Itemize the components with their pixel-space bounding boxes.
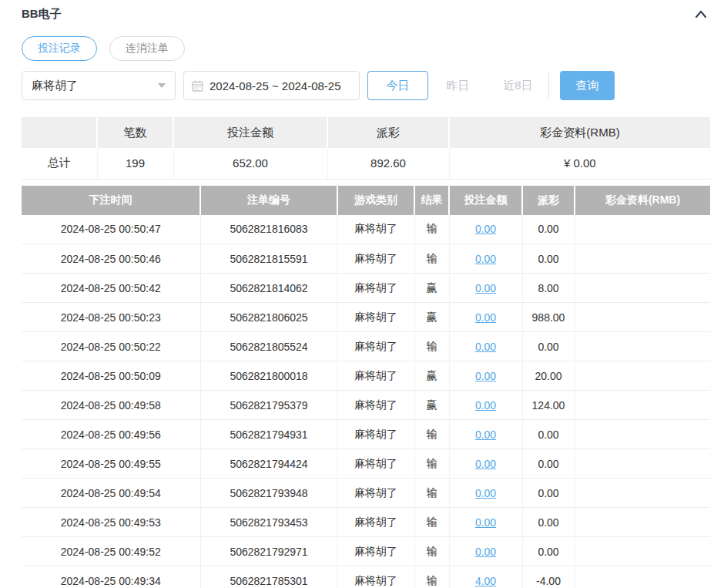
bonus-cell [575, 479, 710, 508]
bet-amount-link[interactable]: 0.00 [475, 546, 496, 558]
summary-payout: 892.60 [327, 148, 449, 179]
bet-amount-cell: 0.00 [449, 332, 522, 361]
order-id-cell: 5062821793453 [200, 508, 337, 537]
payout-cell: 0.00 [522, 215, 575, 244]
bet-time-cell: 2024-08-25 00:50:23 [22, 303, 200, 332]
bet-amount-link[interactable]: 0.00 [475, 253, 496, 265]
tab-bet-records[interactable]: 投注记录 [22, 36, 97, 61]
payout-cell: 0.00 [522, 479, 575, 508]
date-range-input[interactable]: 2024-08-25 ~ 2024-08-25 [183, 71, 360, 100]
bet-table-header-cell: 结果 [414, 186, 449, 215]
yesterday-button[interactable]: 昨日 [427, 71, 488, 100]
bet-time-cell: 2024-08-25 00:49:53 [22, 508, 200, 537]
payout-cell: 0.00 [522, 420, 575, 449]
summary-header-cell: 投注金额 [173, 117, 327, 148]
game-type-cell: 麻将胡了 [337, 479, 414, 508]
bet-amount-cell: 0.00 [449, 244, 522, 274]
payout-cell: -4.00 [522, 566, 575, 588]
payout-cell: 0.00 [522, 449, 575, 479]
bet-amount-cell: 0.00 [449, 537, 522, 566]
result-cell: 输 [414, 449, 449, 479]
payout-cell: 124.00 [522, 391, 575, 420]
last-8-days-button[interactable]: 近8日 [488, 71, 548, 100]
bonus-cell [575, 332, 710, 361]
search-button[interactable]: 查询 [560, 71, 615, 100]
bet-amount-link[interactable]: 4.00 [475, 575, 496, 587]
table-row: 2024-08-25 00:50:425062821814062麻将胡了赢0.0… [22, 274, 710, 303]
bet-amount-link[interactable]: 0.00 [475, 399, 496, 412]
order-id-cell: 5062821800018 [200, 361, 337, 391]
bonus-cell [575, 537, 710, 566]
bet-amount-link[interactable]: 0.00 [475, 428, 496, 441]
game-type-cell: 麻将胡了 [337, 303, 414, 332]
bet-amount-link[interactable]: 0.00 [475, 487, 496, 499]
order-id-cell: 5062821815591 [200, 244, 337, 274]
game-type-cell: 麻将胡了 [337, 274, 414, 303]
result-cell: 输 [414, 332, 449, 361]
bet-amount-link[interactable]: 0.00 [475, 370, 496, 382]
game-select[interactable]: 麻将胡了 [22, 71, 176, 100]
bet-time-cell: 2024-08-25 00:49:55 [22, 449, 200, 479]
table-row: 2024-08-25 00:50:475062821816083麻将胡了输0.0… [22, 215, 710, 244]
result-cell: 输 [414, 508, 449, 537]
tab-cancelled-orders[interactable]: 连消注单 [109, 36, 185, 61]
bet-records-panel: BB电子 投注记录 连消注单 麻将胡了 2024-08-25 ~ 2024-08… [0, 0, 714, 588]
result-cell: 输 [414, 537, 449, 566]
order-id-cell: 5062821814062 [200, 274, 337, 303]
order-id-cell: 5062821806025 [200, 303, 337, 332]
bet-amount-cell: 4.00 [449, 566, 522, 588]
game-select-value: 麻将胡了 [32, 79, 78, 93]
payout-cell: 0.00 [522, 244, 575, 274]
chevron-up-icon [694, 8, 708, 19]
order-id-cell: 5062821805524 [200, 332, 337, 361]
game-type-cell: 麻将胡了 [337, 244, 414, 274]
table-row: 2024-08-25 00:49:565062821794931麻将胡了输0.0… [22, 420, 710, 449]
table-row: 2024-08-25 00:50:095062821800018麻将胡了赢0.0… [22, 361, 710, 391]
calendar-icon [192, 80, 203, 92]
game-type-cell: 麻将胡了 [337, 215, 414, 244]
bet-table-body: 2024-08-25 00:50:475062821816083麻将胡了输0.0… [22, 215, 710, 588]
game-type-cell: 麻将胡了 [337, 537, 414, 566]
table-row: 2024-08-25 00:49:585062821795379麻将胡了赢0.0… [22, 391, 710, 420]
bet-records-table: 下注时间注单编号游戏类别结果投注金额派彩彩金资料(RMB) 2024-08-25… [22, 186, 710, 588]
game-type-cell: 麻将胡了 [337, 332, 414, 361]
game-type-cell: 麻将胡了 [337, 566, 414, 588]
bet-time-cell: 2024-08-25 00:49:56 [22, 420, 200, 449]
bet-table-header-cell: 游戏类别 [337, 186, 414, 215]
result-cell: 输 [414, 479, 449, 508]
bet-amount-link[interactable]: 0.00 [475, 223, 496, 235]
page-title: BB电子 [22, 7, 62, 22]
bonus-cell [575, 274, 710, 303]
bet-amount-link[interactable]: 0.00 [475, 341, 496, 353]
bonus-cell [575, 449, 710, 479]
summary-header-cell: 派彩 [327, 117, 449, 148]
bonus-cell [575, 361, 710, 391]
bet-time-cell: 2024-08-25 00:49:54 [22, 479, 200, 508]
summary-header-cell: 彩金资料(RMB) [449, 117, 710, 148]
today-button[interactable]: 今日 [367, 71, 428, 100]
bonus-cell [575, 215, 710, 244]
payout-cell: 0.00 [522, 537, 575, 566]
bet-amount-cell: 0.00 [449, 303, 522, 332]
collapse-panel-button[interactable] [692, 6, 710, 22]
result-cell: 赢 [414, 391, 449, 420]
bet-amount-cell: 0.00 [449, 420, 522, 449]
bet-amount-link[interactable]: 0.00 [475, 282, 496, 294]
summary-bet-amount: 652.00 [173, 148, 327, 179]
bet-amount-link[interactable]: 0.00 [475, 311, 496, 324]
order-id-cell: 5062821794931 [200, 420, 337, 449]
bet-time-cell: 2024-08-25 00:49:52 [22, 537, 200, 566]
result-cell: 输 [414, 420, 449, 449]
payout-cell: 20.00 [522, 361, 575, 391]
bet-table-header-cell: 彩金资料(RMB) [575, 186, 710, 215]
bet-amount-link[interactable]: 0.00 [475, 516, 496, 529]
table-row: 2024-08-25 00:49:555062821794424麻将胡了输0.0… [22, 449, 710, 479]
summary-total-row: 总计 199 652.00 892.60 ¥ 0.00 [22, 148, 710, 179]
bet-amount-cell: 0.00 [449, 479, 522, 508]
bonus-cell [575, 420, 710, 449]
order-id-cell: 5062821795379 [200, 391, 337, 420]
bet-amount-link[interactable]: 0.00 [475, 458, 496, 470]
bet-time-cell: 2024-08-25 00:50:09 [22, 361, 200, 391]
bet-table-header-cell: 下注时间 [22, 186, 200, 215]
summary-header-row: 笔数投注金额派彩彩金资料(RMB) [22, 117, 710, 148]
